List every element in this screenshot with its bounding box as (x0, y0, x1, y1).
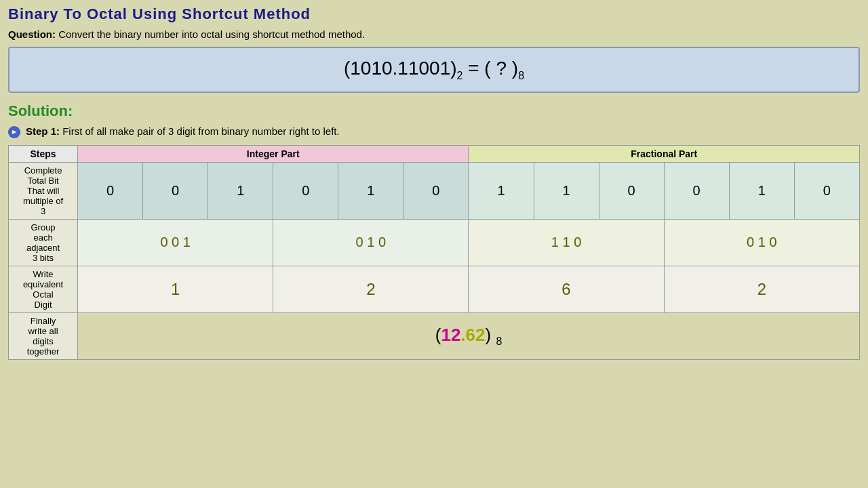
answer-integer: 12 (441, 325, 460, 345)
col-header-integer: Integer Part (78, 145, 469, 162)
col-header-steps: Steps (9, 145, 78, 162)
formula-base-output: 8 (518, 70, 524, 81)
formula-box: (1010.11001)2 = ( ? )8 (8, 47, 860, 93)
row1-frac-1: 1 (534, 162, 599, 219)
row1-int-3: 0 (273, 162, 338, 219)
row1-int-1: 0 (143, 162, 208, 219)
table-row-bits: CompleteTotal BitThat willmultiple of3 0… (9, 162, 860, 219)
row2-frac-group-0: 1 1 0 (469, 219, 664, 266)
step1-bullet (8, 126, 20, 138)
row1-int-0: 0 (78, 162, 143, 219)
row3-int-octal-0: 1 (78, 266, 273, 312)
solution-title: Solution: (8, 102, 860, 120)
col-header-fractional: Fractional Part (469, 145, 860, 162)
row1-steps-label: CompleteTotal BitThat willmultiple of3 (9, 162, 78, 219)
table-row-octal: WriteequivalentOctalDigit 1 2 6 2 (9, 266, 860, 312)
table-row-groups: Groupeachadjacent3 bits 0 0 1 0 1 0 1 1 … (9, 219, 860, 266)
row3-int-octal-1: 2 (273, 266, 469, 312)
formula-right: = ( ? ) (468, 58, 518, 79)
answer-base: 8 (496, 336, 502, 347)
row4-steps-label: Finallywrite alldigitstogether (9, 312, 78, 359)
page-title: Binary To Octal Using Shortcut Method (8, 5, 860, 23)
row1-int-2: 1 (208, 162, 273, 219)
row1-int-4: 1 (338, 162, 403, 219)
answer-paren-close: ) (486, 325, 492, 345)
row2-frac-group-1: 0 1 0 (664, 219, 859, 266)
row3-frac-octal-1: 2 (664, 266, 859, 312)
row1-frac-2: 0 (599, 162, 664, 219)
row1-int-5: 0 (403, 162, 469, 219)
step1-text-val: First of all make pair of 3 digit from b… (62, 125, 340, 137)
formula-text: (1010.11001) (344, 58, 457, 79)
row2-steps-label: Groupeachadjacent3 bits (9, 219, 78, 266)
finally-answer: (12.62) 8 (427, 317, 511, 353)
row1-frac-0: 1 (469, 162, 534, 219)
step1-label: Step 1: (26, 125, 60, 137)
table-row-finally: Finallywrite alldigitstogether (12.62) 8 (9, 312, 860, 359)
row2-int-group-0: 0 0 1 (78, 219, 273, 266)
row4-answer-cell: (12.62) 8 (78, 312, 860, 359)
step1-line: Step 1: First of all make pair of 3 digi… (8, 125, 860, 138)
row1-frac-3: 0 (664, 162, 729, 219)
question-text-val: Convert the binary number into octal usi… (58, 28, 365, 40)
answer-frac: 62 (466, 325, 486, 345)
row1-frac-4: 1 (729, 162, 794, 219)
row3-frac-octal-0: 6 (469, 266, 664, 312)
question-line: Question: Convert the binary number into… (8, 28, 860, 40)
formula-base-input: 2 (457, 70, 463, 81)
row1-frac-5: 0 (794, 162, 859, 219)
question-label: Question: (8, 28, 56, 40)
conversion-table: Steps Integer Part Fractional Part Compl… (8, 145, 860, 360)
row2-int-group-1: 0 1 0 (273, 219, 469, 266)
answer-dot: . (460, 325, 465, 345)
row3-steps-label: WriteequivalentOctalDigit (9, 266, 78, 312)
